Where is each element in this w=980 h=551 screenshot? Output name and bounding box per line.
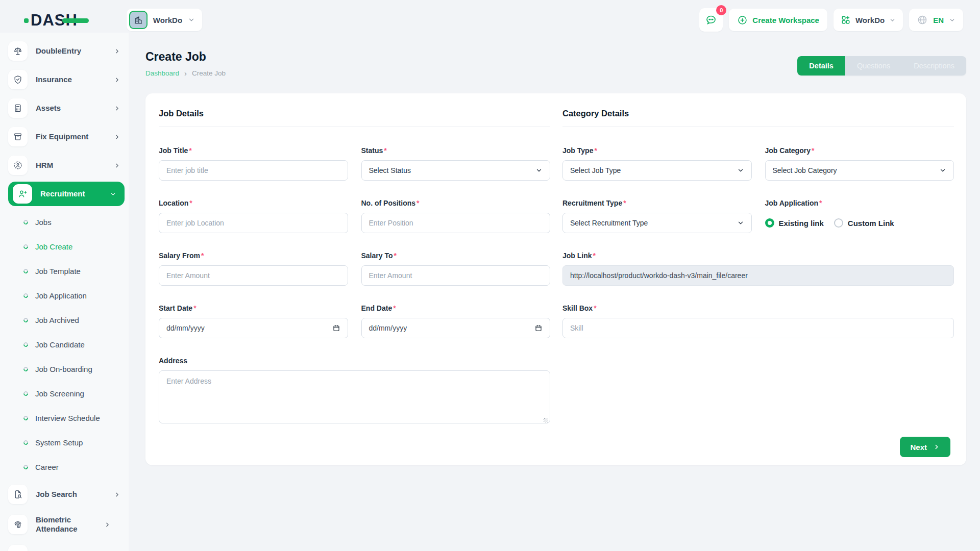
sidebar-item-recruitment[interactable]: Recruitment xyxy=(8,182,125,206)
next-button[interactable]: Next xyxy=(900,437,950,457)
salary-from-input[interactable] xyxy=(159,265,348,286)
workspace-switcher[interactable]: WorkDo xyxy=(127,9,202,31)
calculator-icon xyxy=(8,98,28,118)
tab-details[interactable]: Details xyxy=(797,56,845,76)
workdo-app-menu[interactable]: WorkDo xyxy=(834,9,903,31)
bullet-icon xyxy=(22,366,29,372)
chevron-right-icon xyxy=(933,443,940,450)
person-plus-icon xyxy=(13,184,32,204)
start-date-input[interactable]: dd/mm/yyyy xyxy=(159,318,348,338)
recruitment-type-select[interactable]: Select Recruitment Type xyxy=(562,213,752,233)
sidebar-item-biometric-attendance[interactable]: Biometric Attendance xyxy=(8,509,129,540)
job-type-field: Job Type* Select Job Type xyxy=(562,146,752,181)
breadcrumb-dashboard-link[interactable]: Dashboard xyxy=(145,69,179,77)
sidebar-item-system-setup[interactable]: System Setup xyxy=(8,430,129,455)
breadcrumb-separator: › xyxy=(184,69,187,77)
job-application-field: Job Application* Existing link Custom Li… xyxy=(765,199,954,233)
sidebar-item-doubleentry[interactable]: DoubleEntry xyxy=(8,37,129,65)
job-details-heading: Job Details xyxy=(159,105,550,127)
chevron-down-icon xyxy=(188,16,195,23)
address-field: Address xyxy=(159,357,550,425)
salary-to-input[interactable] xyxy=(361,265,551,286)
create-job-card: Job Details Job Title* Status* Select St… xyxy=(145,93,966,465)
scales-icon xyxy=(8,41,28,61)
skill-box-field: Skill Box* xyxy=(562,304,954,338)
recruitment-submenu: Jobs Job Create Job Template Job Applica… xyxy=(8,208,129,480)
job-title-input[interactable] xyxy=(159,160,348,181)
job-type-select[interactable]: Select Job Type xyxy=(562,160,752,181)
job-link-field: Job Link* http://localhost/product/workd… xyxy=(562,252,954,286)
job-category-label: Job Category* xyxy=(765,146,954,155)
sidebar-item-job-onboarding[interactable]: Job On-boarding xyxy=(8,357,129,381)
sidebar-item-hrm[interactable]: HRM xyxy=(8,151,129,180)
sidebar-item-interview-schedule[interactable]: Interview Schedule xyxy=(8,406,129,430)
end-date-input[interactable]: dd/mm/yyyy xyxy=(361,318,551,338)
job-link-label: Job Link* xyxy=(562,252,954,260)
skill-input[interactable] xyxy=(562,318,954,338)
workspace-avatar xyxy=(129,11,148,29)
main-content: Create Job Dashboard › Create Job Detail… xyxy=(129,33,980,551)
sidebar-item-insurance[interactable]: Insurance xyxy=(8,65,129,94)
sidebar-item-job-candidate[interactable]: Job Candidate xyxy=(8,332,129,357)
hrm-people-icon xyxy=(8,156,28,175)
sidebar-item-job-archived[interactable]: Job Archived xyxy=(8,308,129,332)
custom-link-radio[interactable]: Custom Link xyxy=(834,218,894,228)
logo-dot xyxy=(24,18,29,23)
breadcrumb-current: Create Job xyxy=(192,69,226,77)
chevron-down-icon xyxy=(737,219,744,227)
end-date-field: End Date* dd/mm/yyyy xyxy=(361,304,551,338)
sidebar-item-procurement[interactable]: Procurement xyxy=(8,540,129,551)
positions-input[interactable] xyxy=(361,213,551,233)
chevron-down-icon xyxy=(737,167,744,174)
recruitment-type-field: Recruitment Type* Select Recruitment Typ… xyxy=(562,199,752,233)
tab-questions[interactable]: Questions xyxy=(845,56,902,76)
bullet-icon xyxy=(22,219,29,226)
tab-descriptions[interactable]: Descriptions xyxy=(902,56,966,76)
salary-from-label: Salary From* xyxy=(159,252,348,260)
existing-link-radio[interactable]: Existing link xyxy=(765,218,824,228)
bullet-icon xyxy=(22,439,29,446)
sidebar-item-jobs[interactable]: Jobs xyxy=(8,210,129,234)
category-details-section: Category Details Job Type* Select Job Ty… xyxy=(562,105,954,425)
status-label: Status* xyxy=(361,146,551,155)
address-textarea[interactable] xyxy=(159,370,550,423)
create-workspace-button[interactable]: Create Workspace xyxy=(729,9,827,31)
sidebar: DoubleEntry Insurance Assets Fix Equipme… xyxy=(0,33,129,551)
archive-box-icon xyxy=(8,127,28,146)
sidebar-item-assets[interactable]: Assets xyxy=(8,94,129,122)
chevron-right-icon xyxy=(114,134,120,140)
status-select[interactable]: Select Status xyxy=(361,160,551,181)
sidebar-item-job-screening[interactable]: Job Screening xyxy=(8,381,129,406)
bullet-icon xyxy=(22,390,29,397)
calendar-icon xyxy=(534,324,543,332)
recruitment-type-label: Recruitment Type* xyxy=(562,199,752,208)
fingerprint-icon xyxy=(8,515,28,534)
messages-button[interactable]: 0 xyxy=(699,8,723,32)
logo-bar xyxy=(62,18,89,23)
chevron-down-icon xyxy=(939,167,946,174)
bullet-icon xyxy=(22,415,29,421)
chevron-right-icon xyxy=(114,105,120,112)
chevron-down-icon xyxy=(110,191,116,197)
sidebar-item-job-search[interactable]: Job Search xyxy=(8,480,129,509)
sidebar-item-fix-equipment[interactable]: Fix Equipment xyxy=(8,122,129,151)
skill-box-label: Skill Box* xyxy=(562,304,954,313)
sidebar-item-job-create[interactable]: Job Create xyxy=(8,234,129,259)
step-tabs: Details Questions Descriptions xyxy=(797,56,966,76)
sidebar-item-job-application[interactable]: Job Application xyxy=(8,283,129,308)
job-category-select[interactable]: Select Job Category xyxy=(765,160,954,181)
shield-check-icon xyxy=(8,70,28,89)
language-selector[interactable]: EN xyxy=(909,9,963,31)
chat-icon xyxy=(705,14,717,26)
positions-label: No. of Positions* xyxy=(361,199,551,208)
job-details-section: Job Details Job Title* Status* Select St… xyxy=(159,105,550,425)
sidebar-item-career[interactable]: Career xyxy=(8,455,129,479)
sidebar-item-job-template[interactable]: Job Template xyxy=(8,259,129,283)
location-input[interactable] xyxy=(159,213,348,233)
end-date-label: End Date* xyxy=(361,304,551,313)
grid-plus-icon xyxy=(841,15,851,25)
category-details-heading: Category Details xyxy=(562,105,954,127)
radio-selected-icon xyxy=(765,218,774,228)
breadcrumb: Dashboard › Create Job xyxy=(145,69,226,77)
job-title-label: Job Title* xyxy=(159,146,348,155)
